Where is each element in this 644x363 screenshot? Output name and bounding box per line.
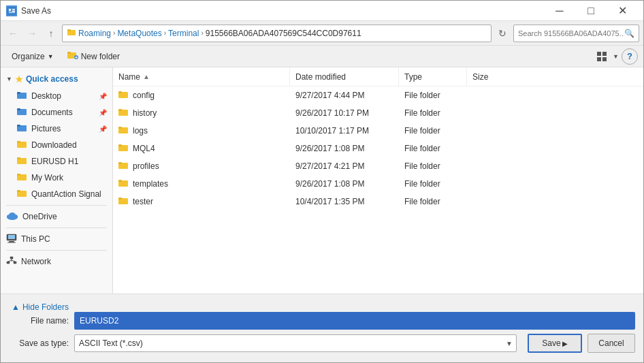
sidebar-item-pictures[interactable]: Pictures 📌	[1, 121, 112, 137]
help-button[interactable]: ?	[622, 48, 638, 65]
quick-access-header[interactable]: ▼ ★ Quick access	[1, 70, 112, 88]
file-name-cell: logs	[113, 125, 290, 136]
table-row[interactable]: logs 10/10/2017 1:17 PM File folder	[113, 122, 643, 140]
file-date-cell: 9/27/2017 4:21 PM	[290, 161, 399, 171]
sidebar-item-mywork[interactable]: My Work	[1, 170, 112, 186]
col-name-header[interactable]: Name ▲	[113, 67, 290, 86]
address-breadcrumb[interactable]: Roaming › MetaQuotes › Terminal › 915566…	[62, 25, 492, 42]
hide-folders-toggle[interactable]: ▲ Hide Folders	[9, 300, 635, 312]
folder-icon	[118, 161, 129, 172]
close-button[interactable]: ✕	[607, 1, 638, 21]
mywork-folder-icon	[17, 172, 27, 183]
sidebar-item-downloaded[interactable]: Downloaded	[1, 137, 112, 153]
organize-label: Organize	[12, 52, 45, 61]
table-row[interactable]: config 9/27/2017 4:44 PM File folder	[113, 86, 643, 104]
savetype-select[interactable]: ASCII Text (*.csv) CSV (*.csv) All Files…	[74, 334, 517, 352]
col-date-header[interactable]: Date modified	[290, 67, 399, 86]
sidebar-item-eurusd[interactable]: EURUSD H1	[1, 153, 112, 170]
svg-rect-31	[17, 157, 20, 159]
onedrive-icon	[6, 212, 18, 222]
save-label: Save	[542, 338, 560, 348]
svg-rect-46	[10, 257, 13, 259]
documents-pin-icon: 📌	[99, 109, 107, 116]
file-type-cell: File folder	[399, 108, 467, 118]
sort-arrow-icon: ▲	[143, 73, 150, 80]
sidebar-item-onedrive[interactable]: OneDrive	[1, 208, 112, 225]
sidebar-item-desktop[interactable]: Desktop 📌	[1, 88, 112, 104]
file-type-cell: File folder	[399, 144, 467, 153]
breadcrumb-part1[interactable]: Roaming	[78, 29, 111, 38]
maximize-button[interactable]: □	[575, 1, 607, 21]
svg-rect-19	[17, 92, 20, 94]
search-input[interactable]	[518, 29, 624, 37]
cancel-button[interactable]: Cancel	[587, 334, 635, 353]
table-row[interactable]: templates 9/26/2017 1:08 PM File folder	[113, 175, 643, 193]
content-area: Name ▲ Date modified Type Size	[113, 67, 643, 294]
svg-rect-47	[7, 262, 10, 264]
svg-text:+: +	[75, 55, 78, 60]
sidebar-item-quantaction[interactable]: QuantAction Signal	[1, 186, 112, 202]
folder-icon	[118, 196, 129, 207]
breadcrumb-part3[interactable]: Terminal	[168, 29, 199, 38]
toolbar-right: ▼ ?	[594, 48, 638, 65]
refresh-button[interactable]: ↻	[494, 25, 511, 42]
file-name: history	[133, 108, 157, 118]
network-label: Network	[21, 257, 51, 266]
col-size-header[interactable]: Size	[467, 67, 643, 86]
savetype-select-wrapper: ASCII Text (*.csv) CSV (*.csv) All Files…	[74, 334, 517, 352]
filename-row: File name:	[9, 312, 635, 330]
savetype-row: Save as type: ASCII Text (*.csv) CSV (*.…	[9, 334, 635, 353]
folder-icon	[118, 108, 129, 119]
table-row[interactable]: profiles 9/27/2017 4:21 PM File folder	[113, 157, 643, 175]
pictures-pin-icon: 📌	[99, 125, 107, 133]
file-name-cell: profiles	[113, 161, 290, 172]
svg-rect-34	[17, 174, 20, 176]
breadcrumb-part2[interactable]: MetaQuotes	[117, 29, 161, 38]
table-row[interactable]: MQL4 9/26/2017 1:08 PM File folder	[113, 140, 643, 157]
downloaded-folder-icon	[17, 140, 27, 151]
sidebar-item-documents[interactable]: Documents 📌	[1, 104, 112, 121]
search-icon: 🔍	[624, 29, 634, 38]
up-button[interactable]: ↑	[43, 25, 59, 42]
savetype-label: Save as type:	[9, 338, 69, 348]
file-type-cell: File folder	[399, 91, 467, 100]
file-date-cell: 10/10/2017 1:17 PM	[290, 126, 399, 136]
svg-line-50	[8, 260, 12, 262]
file-name-cell: templates	[113, 178, 290, 189]
back-button[interactable]: ←	[5, 25, 21, 42]
file-list: config 9/27/2017 4:44 PM File folder his…	[113, 86, 643, 294]
file-type-cell: File folder	[399, 197, 467, 206]
save-button[interactable]: Save ▶	[528, 334, 582, 353]
svg-rect-66	[118, 162, 122, 164]
sidebar-item-thispc[interactable]: This PC	[1, 231, 112, 247]
breadcrumb-arrow3: ›	[201, 29, 203, 37]
svg-rect-14	[602, 52, 607, 56]
desktop-pin-icon: 📌	[99, 93, 107, 100]
file-date-cell: 9/27/2017 4:44 PM	[290, 91, 399, 100]
col-type-header[interactable]: Type	[399, 67, 467, 86]
filename-input[interactable]	[74, 312, 635, 330]
minimize-button[interactable]: ─	[544, 1, 575, 21]
cursor-indicator: ▶	[562, 340, 568, 347]
svg-rect-15	[597, 57, 601, 61]
breadcrumb-part4[interactable]: 915566BA06ADA407569C544CC0D97611	[206, 29, 361, 38]
sidebar-item-network[interactable]: Network	[1, 253, 112, 270]
column-headers: Name ▲ Date modified Type Size	[113, 67, 643, 86]
file-type-cell: File folder	[399, 161, 467, 171]
view-button[interactable]	[594, 48, 610, 65]
table-row[interactable]: history 9/26/2017 10:17 PM File folder	[113, 104, 643, 122]
new-folder-button[interactable]: + New folder	[62, 48, 125, 65]
window-title: Save As	[21, 6, 544, 16]
svg-rect-37	[17, 190, 20, 192]
table-row[interactable]: tester 10/4/2017 1:35 PM File folder	[113, 193, 643, 210]
folder-icon	[118, 125, 129, 136]
organize-button[interactable]: Organize ▼	[6, 48, 59, 65]
svg-rect-16	[602, 57, 607, 61]
eurusd-folder-icon	[17, 156, 27, 167]
documents-folder-icon	[17, 107, 27, 118]
desktop-folder-icon	[17, 91, 27, 101]
window-controls: ─ □ ✕	[544, 1, 638, 21]
file-name-cell: config	[113, 90, 290, 101]
file-date-cell: 10/4/2017 1:35 PM	[290, 197, 399, 206]
forward-button[interactable]: →	[24, 25, 40, 42]
